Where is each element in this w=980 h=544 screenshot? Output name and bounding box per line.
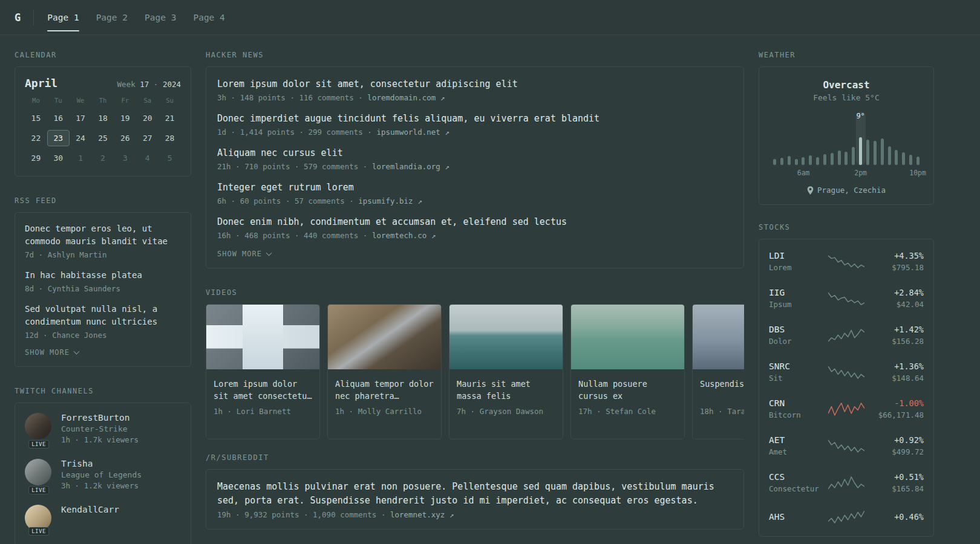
tab-page-2[interactable]: Page 2 xyxy=(88,0,136,34)
stock-row: IIGIpsum+2.84%$42.04 xyxy=(769,280,924,317)
channel-name[interactable]: ForrestBurton xyxy=(61,413,139,423)
calendar-day: 20 xyxy=(136,110,158,126)
external-link-icon: ↗ xyxy=(449,510,454,519)
stock-values: +2.84%$42.04 xyxy=(871,288,924,309)
hacker-news-item-title[interactable]: Donec enim nibh, condimentum et accumsan… xyxy=(217,215,733,228)
hacker-news-item-title[interactable]: Donec imperdiet augue tincidunt felis al… xyxy=(217,112,733,125)
hacker-news-item-title[interactable]: Lorem ipsum dolor sit amet, consectetur … xyxy=(217,77,733,91)
stock-symbol[interactable]: DBS xyxy=(769,325,822,334)
weather-bar xyxy=(859,137,862,165)
stock-name: Bitcorn xyxy=(769,410,822,419)
rss-item: In hac habitasse platea8d · Cynthia Saun… xyxy=(25,269,181,293)
rss-item-title[interactable]: In hac habitasse platea xyxy=(25,269,181,282)
stock-info: LDILorem xyxy=(769,251,822,272)
video-card[interactable]: Mauris sit amet massa felis7h · Grayson … xyxy=(449,304,563,439)
twitch-widget-title: TWITCH CHANNELS xyxy=(15,387,191,395)
channel-name[interactable]: KendallCarr xyxy=(61,505,119,514)
calendar-day: 26 xyxy=(114,130,136,146)
video-card[interactable]: Suspendisse diam18h · Tara xyxy=(692,304,744,439)
hacker-news-show-more-label: SHOW MORE xyxy=(217,250,262,258)
hacker-news-item-source-link[interactable]: ipsumify.biz ↗ xyxy=(358,196,422,206)
stock-symbol[interactable]: SNRC xyxy=(769,361,822,371)
twitch-widget: TWITCH CHANNELS LIVEForrestBurtonCounter… xyxy=(15,387,191,544)
tab-page-3[interactable]: Page 3 xyxy=(136,0,185,34)
stock-symbol[interactable]: IIG xyxy=(769,288,822,297)
stock-name: Lorem xyxy=(769,263,822,272)
calendar-day: 28 xyxy=(158,130,181,146)
stock-name: Sit xyxy=(769,374,822,383)
calendar-month: April xyxy=(25,77,57,89)
video-thumbnail[interactable] xyxy=(328,305,441,369)
video-title[interactable]: Suspendisse diam xyxy=(700,378,744,402)
tab-page-4[interactable]: Page 4 xyxy=(185,0,233,34)
rss-show-more-button[interactable]: SHOW MORE xyxy=(25,348,181,357)
left-column: CALENDAR April Week 17 · 2024 MoTuWeThFr… xyxy=(15,51,191,544)
video-thumbnail[interactable] xyxy=(449,305,563,369)
calendar-day: 4 xyxy=(136,150,158,166)
stock-symbol[interactable]: CRN xyxy=(769,398,822,408)
stock-name: Ipsum xyxy=(769,300,822,309)
hacker-news-item-title[interactable]: Aliquam nec cursus elit xyxy=(217,146,733,160)
channel-category[interactable]: League of Legends xyxy=(61,470,142,479)
stock-row: AHS+0.46% xyxy=(769,501,924,533)
hacker-news-item-source-link[interactable]: loremdomain.com ↗ xyxy=(367,93,445,102)
hacker-news-item-source-link[interactable]: ipsumworld.net ↗ xyxy=(376,128,449,137)
external-link-icon: ↗ xyxy=(417,196,422,206)
hacker-news-item-source-link[interactable]: loremtech.co ↗ xyxy=(372,231,436,240)
weather-bar xyxy=(831,153,834,165)
video-card[interactable]: Aliquam tempor dolor nec pharetra…1h · M… xyxy=(327,304,442,439)
video-thumbnail[interactable] xyxy=(571,305,684,369)
video-title[interactable]: Nullam posuere cursus ex xyxy=(578,378,677,402)
weather-bars xyxy=(771,126,921,165)
rss-item-title[interactable]: Donec tempor eros leo, ut commodo mauris… xyxy=(25,222,181,248)
calendar-day: 24 xyxy=(70,130,92,146)
rss-widget-title: RSS FEED xyxy=(15,196,191,205)
rss-item-title[interactable]: Sed volutpat nulla nisl, a condimentum n… xyxy=(25,303,181,328)
hacker-news-item-title[interactable]: Integer eget rutrum lorem xyxy=(217,181,733,194)
hacker-news-item-meta-text: 16h · 468 points · 440 comments · xyxy=(217,231,372,240)
stock-info: AETAmet xyxy=(769,435,822,456)
twitch-channel-info: TrishaLeague of Legends3h · 1.2k viewers xyxy=(61,459,142,490)
stock-symbol[interactable]: LDI xyxy=(769,251,822,261)
stock-symbol[interactable]: AET xyxy=(769,435,822,445)
weather-bar xyxy=(838,151,841,165)
tab-page-1[interactable]: Page 1 xyxy=(39,0,87,34)
video-card[interactable]: Nullam posuere cursus ex17h · Stefan Col… xyxy=(570,304,685,439)
channel-name[interactable]: Trisha xyxy=(61,459,142,468)
calendar-weekday: Su xyxy=(158,97,181,104)
video-thumbnail[interactable] xyxy=(206,305,319,369)
video-card[interactable]: Lorem ipsum dolor sit amet consectetu…1h… xyxy=(206,304,320,439)
subreddit-post-title[interactable]: Maecenas mollis pulvinar erat non posuer… xyxy=(217,480,733,508)
weather-bar xyxy=(780,158,783,165)
hacker-news-widget-title: HACKER NEWS xyxy=(206,51,744,59)
channel-avatar[interactable] xyxy=(25,459,51,485)
stock-change: -1.00% xyxy=(871,398,924,408)
video-title[interactable]: Lorem ipsum dolor sit amet consectetu… xyxy=(214,378,312,402)
stock-symbol[interactable]: AHS xyxy=(769,512,822,522)
channel-avatar[interactable] xyxy=(25,413,51,439)
hacker-news-show-more-button[interactable]: SHOW MORE xyxy=(217,250,733,258)
stock-price: $66,171.48 xyxy=(871,410,924,419)
weather-bar xyxy=(895,150,898,165)
hacker-news-item-meta: 3h · 148 points · 116 comments · loremdo… xyxy=(217,93,733,102)
video-title[interactable]: Mauris sit amet massa felis xyxy=(457,378,555,402)
stock-symbol[interactable]: CCS xyxy=(769,472,822,482)
stock-price: $165.84 xyxy=(871,484,924,493)
stock-info: CRNBitcorn xyxy=(769,398,822,419)
channel-category[interactable]: Counter-Strike xyxy=(61,424,139,433)
weather-card: Overcast Feels like 5°C 9° 6am2pm10pm Pr… xyxy=(759,66,934,205)
app-logo[interactable]: G xyxy=(15,11,21,24)
calendar-weekday: Th xyxy=(92,97,114,104)
stock-info: DBSDolor xyxy=(769,325,822,346)
video-title[interactable]: Aliquam tempor dolor nec pharetra… xyxy=(335,378,434,402)
subreddit-post-source-link[interactable]: loremnet.xyz ↗ xyxy=(390,510,454,519)
stock-values: -1.00%$66,171.48 xyxy=(871,398,924,419)
twitch-avatar-wrap: LIVE xyxy=(25,413,53,444)
hacker-news-item-source-link[interactable]: loremlandia.org ↗ xyxy=(372,162,449,171)
hacker-news-item-meta-text: 6h · 60 points · 57 comments · xyxy=(217,196,358,206)
weather-feels-like: Feels like 5°C xyxy=(771,93,921,102)
video-thumbnail[interactable] xyxy=(693,305,744,369)
stock-sparkline xyxy=(822,254,871,270)
video-meta: 1h · Molly Carrillo xyxy=(335,407,434,416)
stock-sparkline xyxy=(822,509,871,525)
